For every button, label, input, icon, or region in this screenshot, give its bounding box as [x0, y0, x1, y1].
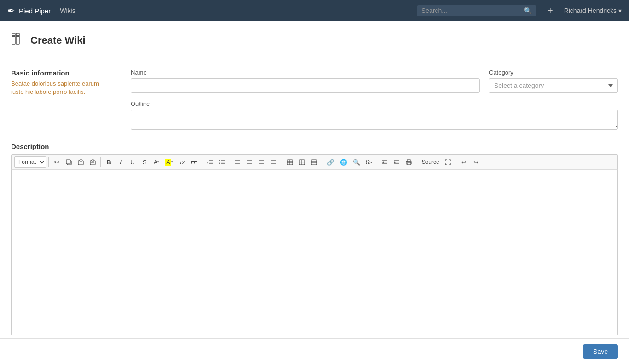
paste-button[interactable]: [75, 156, 86, 168]
category-select[interactable]: Select a category Engineering Product Ma…: [489, 78, 618, 93]
link-button[interactable]: 🔗: [325, 156, 337, 168]
indent-decrease-button[interactable]: [379, 156, 390, 168]
svg-rect-9: [92, 160, 94, 161]
ordered-list-button[interactable]: 123: [204, 156, 215, 168]
unordered-list-button[interactable]: [216, 156, 227, 168]
name-label: Name: [131, 69, 480, 76]
outline-field-group: Outline: [131, 100, 618, 130]
svg-rect-2: [16, 35, 19, 37]
separator-5: [282, 157, 282, 167]
separator-3: [202, 157, 202, 167]
page-header: Create Wiki: [11, 32, 618, 56]
table-col-button[interactable]: [309, 156, 320, 168]
indent-increase-button[interactable]: [391, 156, 402, 168]
page-title: Create Wiki: [30, 35, 86, 46]
find-button[interactable]: 🔍: [350, 156, 362, 168]
table-button[interactable]: [285, 156, 296, 168]
print-button[interactable]: [403, 156, 414, 168]
svg-point-57: [410, 162, 411, 163]
page-content: Create Wiki Basic information Beatae dol…: [0, 21, 629, 335]
page-icon: [11, 32, 24, 48]
category-label: Category: [489, 69, 618, 76]
chevron-down-icon: ▾: [618, 7, 622, 14]
svg-rect-1: [16, 33, 19, 44]
separator-4: [230, 157, 230, 167]
description-section: Description Format ✂ B I U S: [11, 143, 618, 335]
section-description: Basic information Beatae doloribus sapie…: [11, 69, 112, 130]
outline-input[interactable]: [131, 110, 618, 130]
user-menu[interactable]: Richard Hendricks ▾: [564, 7, 622, 14]
svg-rect-5: [66, 160, 70, 164]
page-footer: Save: [0, 338, 629, 343]
svg-point-21: [219, 162, 220, 162]
paste-text-button[interactable]: [87, 156, 98, 168]
separator-9: [456, 157, 456, 167]
search-icon: 🔍: [524, 7, 532, 14]
svg-rect-3: [12, 35, 15, 37]
brand-name: Pied Piper: [19, 7, 51, 15]
section-title: Basic information: [11, 69, 112, 77]
add-button[interactable]: +: [546, 6, 555, 16]
special-char-button[interactable]: Ωa: [363, 156, 374, 168]
align-right-button[interactable]: [256, 156, 268, 168]
separator-7: [377, 157, 377, 167]
bold-button[interactable]: B: [103, 156, 114, 168]
outline-label: Outline: [131, 100, 618, 107]
category-field-group: Category Select a category Engineering P…: [489, 69, 618, 93]
name-category-row: Name Category Select a category Engineer…: [131, 69, 618, 93]
italic-button[interactable]: I: [115, 156, 126, 168]
source-button[interactable]: Source: [419, 156, 442, 168]
user-name: Richard Hendricks: [564, 7, 617, 14]
remove-format-button[interactable]: Tx: [176, 156, 187, 168]
format-select[interactable]: Format: [14, 156, 46, 168]
align-left-button[interactable]: [233, 156, 244, 168]
svg-text:3: 3: [207, 162, 209, 165]
separator-6: [322, 157, 322, 167]
redo-button[interactable]: ↪: [471, 156, 482, 168]
table-row-button[interactable]: [297, 156, 308, 168]
fullscreen-button[interactable]: [443, 156, 454, 168]
section-fields: Name Category Select a category Engineer…: [131, 69, 618, 130]
separator-1: [48, 157, 49, 167]
copy-button[interactable]: [63, 156, 74, 168]
bg-color-button[interactable]: A▾: [163, 156, 175, 168]
brand-icon: ✒: [7, 5, 15, 16]
source-label: Source: [422, 159, 439, 165]
svg-rect-35: [287, 160, 293, 165]
separator-2: [100, 157, 101, 167]
blockquote-button[interactable]: [188, 156, 199, 168]
svg-rect-7: [80, 160, 82, 161]
name-field-group: Name: [131, 69, 480, 93]
navbar: ✒ Pied Piper Wikis 🔍 + Richard Hendricks…: [0, 0, 629, 21]
search-bar: 🔍: [417, 5, 536, 16]
separator-8: [417, 157, 417, 167]
basic-info-section: Basic information Beatae doloribus sapie…: [11, 69, 618, 130]
undo-button[interactable]: ↩: [459, 156, 470, 168]
editor-toolbar: Format ✂ B I U S A▾: [11, 154, 618, 170]
align-center-button[interactable]: [245, 156, 256, 168]
cut-button[interactable]: ✂: [51, 156, 62, 168]
description-label: Description: [11, 143, 618, 150]
section-subtitle: Beatae doloribus sapiente earum iusto hi…: [11, 80, 112, 96]
svg-rect-0: [12, 33, 15, 44]
strikethrough-button[interactable]: S: [139, 156, 150, 168]
name-input[interactable]: [131, 78, 480, 93]
search-input[interactable]: [421, 7, 521, 14]
svg-rect-56: [407, 163, 410, 165]
globe-button[interactable]: 🌐: [338, 156, 349, 168]
underline-button[interactable]: U: [127, 156, 138, 168]
brand-logo[interactable]: ✒ Pied Piper: [7, 5, 51, 16]
font-color-button[interactable]: A▾: [151, 156, 162, 168]
nav-wikis[interactable]: Wikis: [60, 7, 75, 14]
editor-body[interactable]: [11, 170, 618, 335]
align-justify-button[interactable]: [268, 156, 280, 168]
svg-point-22: [219, 163, 220, 164]
svg-point-20: [219, 160, 220, 161]
